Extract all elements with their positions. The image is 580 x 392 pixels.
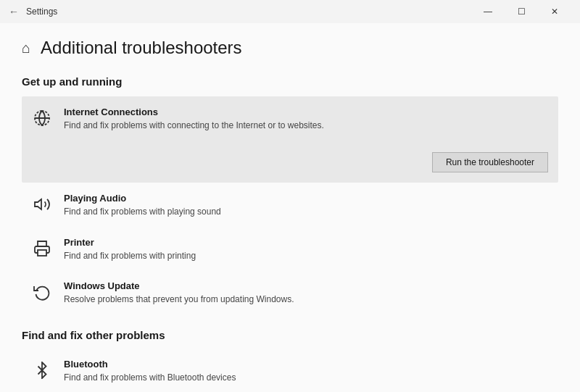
title-bar-controls: — ☐ ✕: [471, 0, 571, 23]
item-playing-audio[interactable]: Playing Audio Find and fix problems with…: [22, 184, 558, 227]
run-troubleshooter-button[interactable]: Run the troubleshooter: [432, 152, 548, 172]
windows-update-icon: [32, 282, 52, 302]
item-internet-connections-text: Internet Connections Find and fix proble…: [64, 107, 548, 132]
home-icon: ⌂: [22, 40, 30, 57]
item-bluetooth-desc: Find and fix problems with Bluetooth dev…: [64, 372, 548, 384]
title-bar-left: ← Settings: [9, 6, 57, 17]
item-windows-update-name: Windows Update: [64, 280, 548, 291]
section-title-find-fix: Find and fix other problems: [22, 329, 558, 341]
item-playing-audio-name: Playing Audio: [64, 193, 548, 204]
item-playing-audio-desc: Find and fix problems with playing sound: [64, 206, 548, 218]
item-printer-text: Printer Find and fix problems with print…: [64, 237, 548, 262]
close-button[interactable]: ✕: [538, 0, 571, 23]
item-bluetooth-name: Bluetooth: [64, 359, 548, 370]
svg-marker-0: [35, 199, 41, 209]
item-internet-connections-desc: Find and fix problems with connecting to…: [64, 120, 548, 132]
item-printer[interactable]: Printer Find and fix problems with print…: [22, 228, 558, 271]
item-windows-update-text: Windows Update Resolve problems that pre…: [64, 280, 548, 306]
back-button[interactable]: ←: [9, 6, 19, 17]
bluetooth-icon: [32, 360, 52, 380]
audio-icon: [32, 194, 52, 214]
item-windows-update[interactable]: Windows Update Resolve problems that pre…: [22, 272, 558, 314]
section-get-up-running: Get up and running Internet Connections …: [22, 75, 558, 314]
maximize-button[interactable]: ☐: [505, 0, 538, 23]
item-internet-connections-top: Internet Connections Find and fix proble…: [32, 107, 548, 132]
page-title: Additional troubleshooters: [41, 38, 242, 58]
internet-icon: [32, 108, 52, 128]
item-bluetooth-text: Bluetooth Find and fix problems with Blu…: [64, 359, 548, 384]
item-playing-audio-text: Playing Audio Find and fix problems with…: [64, 193, 548, 218]
item-printer-name: Printer: [64, 237, 548, 248]
section-title-get-up-running: Get up and running: [22, 75, 558, 88]
item-internet-connections-name: Internet Connections: [64, 107, 548, 117]
item-internet-connections[interactable]: Internet Connections Find and fix proble…: [22, 96, 558, 183]
content-area: ⌂ Additional troubleshooters Get up and …: [0, 23, 580, 392]
minimize-button[interactable]: —: [471, 0, 505, 23]
svg-rect-1: [38, 250, 46, 256]
item-bluetooth[interactable]: Bluetooth Find and fix problems with Blu…: [22, 350, 558, 392]
title-bar-title: Settings: [26, 7, 57, 17]
item-printer-desc: Find and fix problems with printing: [64, 250, 548, 262]
page-header: ⌂ Additional troubleshooters: [22, 38, 558, 58]
item-windows-update-desc: Resolve problems that prevent you from u…: [64, 293, 548, 306]
main-content: ⌂ Additional troubleshooters Get up and …: [0, 23, 580, 392]
title-bar: ← Settings — ☐ ✕: [0, 0, 580, 23]
section-find-fix-other: Find and fix other problems Bluetooth Fi…: [22, 329, 558, 392]
printer-icon: [32, 238, 52, 259]
